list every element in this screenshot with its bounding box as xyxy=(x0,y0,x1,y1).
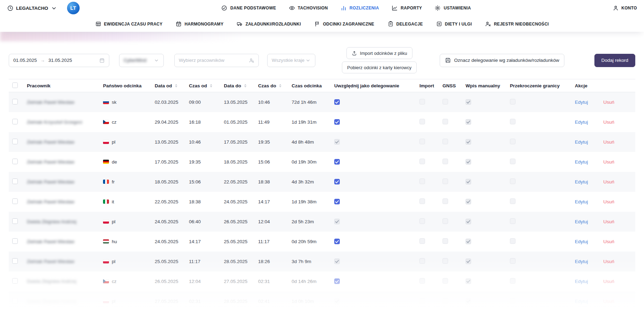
edit-link[interactable]: Edytuj xyxy=(575,139,588,145)
col-header-czas-od[interactable]: Czas od xyxy=(186,79,221,92)
subnav-rejestr-nieobecnosci[interactable]: REJESTR NIEOBECNOŚCI xyxy=(485,21,549,27)
chevron-down-icon xyxy=(305,58,311,63)
add-record-button[interactable]: Dodaj rekord xyxy=(594,54,635,67)
delegation-checkbox[interactable] xyxy=(334,99,340,105)
subnav-harmonogramy[interactable]: HARMONOGRAMY xyxy=(176,21,224,27)
org-switcher[interactable]: LEGALTACHO xyxy=(7,5,57,12)
delete-link[interactable]: Usuń xyxy=(603,100,615,105)
delete-link[interactable]: Usuń xyxy=(603,139,615,145)
time-from: 09:00 xyxy=(189,100,201,105)
delete-link[interactable]: Usuń xyxy=(603,179,615,184)
col-header-data-do[interactable]: Data do xyxy=(221,79,255,92)
row-checkbox[interactable] xyxy=(12,218,18,224)
row-checkbox[interactable] xyxy=(12,278,18,284)
country-code: cz xyxy=(112,279,117,284)
delete-link[interactable]: Usuń xyxy=(603,199,615,204)
sort-icon[interactable] xyxy=(278,84,283,88)
edit-link[interactable]: Edytuj xyxy=(575,279,588,284)
gnss-checkbox xyxy=(442,278,448,284)
sort-icon[interactable] xyxy=(174,84,178,88)
edit-link[interactable]: Edytuj xyxy=(575,199,588,204)
truck-icon xyxy=(237,21,243,27)
edit-link[interactable]: Edytuj xyxy=(575,119,588,125)
subnav-ewidencja-czasu-pracy[interactable]: EWIDENCJA CZASU PRACY xyxy=(95,21,163,27)
row-checkbox[interactable] xyxy=(12,99,18,104)
delete-link[interactable]: Usuń xyxy=(603,219,615,224)
edit-link[interactable]: Edytuj xyxy=(575,179,588,184)
select-all-checkbox[interactable] xyxy=(12,82,18,88)
edit-link[interactable]: Edytuj xyxy=(575,159,588,165)
date-from-value[interactable]: 01.05.2025 xyxy=(13,58,37,63)
employee-select[interactable]: Wybierz pracowników xyxy=(174,54,259,67)
country-code: sk xyxy=(112,100,117,105)
delete-link[interactable]: Usuń xyxy=(603,259,615,264)
edit-link[interactable]: Edytuj xyxy=(575,219,588,224)
segments-table: Pracownik Państwo odcinka Data od Czas o… xyxy=(9,79,635,311)
delete-link[interactable]: Usuń xyxy=(603,299,615,304)
sort-icon[interactable] xyxy=(209,84,213,88)
gnss-checkbox xyxy=(442,159,448,164)
subnav-odcinki-zagraniczne[interactable]: ODCINKI ZAGRANICZNE xyxy=(314,21,374,27)
app-logo[interactable]: LT xyxy=(67,2,80,14)
download-card-button[interactable]: Pobierz odcinki z karty kierowcy xyxy=(342,61,417,73)
import-checkbox xyxy=(419,238,425,244)
chevron-down-icon xyxy=(154,58,159,63)
time-to: 18:26 xyxy=(258,259,270,264)
row-checkbox[interactable] xyxy=(12,198,18,204)
mark-delegation-button[interactable]: Oznacz delegowanie wg załadunków/rozładu… xyxy=(440,54,564,67)
import-file-button[interactable]: Import odcinków z pliku xyxy=(346,47,412,59)
subnav-diety-i-ulgi[interactable]: DIETY I ULGI xyxy=(436,21,472,27)
nav-raporty[interactable]: RAPORTY xyxy=(391,5,422,11)
edit-link[interactable]: Edytuj xyxy=(575,299,588,304)
nav-rozliczenia[interactable]: ROZLICZENIA xyxy=(341,5,379,11)
row-checkbox[interactable] xyxy=(12,139,18,144)
date-from: 13.05.2025 xyxy=(155,139,178,145)
gnss-checkbox xyxy=(442,99,448,104)
account-button[interactable]: KONTO xyxy=(613,5,637,11)
nav-tachovision[interactable]: TACHOVISION xyxy=(289,5,328,11)
border-cross-checkbox xyxy=(510,278,515,284)
row-checkbox[interactable] xyxy=(12,159,18,164)
subnav-zaladunki-rozladunki[interactable]: ZAŁADUNKI/ROZŁADUNKI xyxy=(237,21,301,27)
date-range-picker[interactable]: 01.05.2025 → 31.05.2025 xyxy=(9,54,109,67)
country-code: cz xyxy=(112,119,117,125)
time-from: 15:06 xyxy=(189,179,201,184)
delegation-checkbox[interactable] xyxy=(334,119,340,125)
date-to: 18.05.2025 xyxy=(224,159,248,165)
col-header-data-od[interactable]: Data od xyxy=(152,79,186,92)
delegation-checkbox[interactable] xyxy=(334,199,340,204)
row-checkbox[interactable] xyxy=(12,238,18,244)
delegation-checkbox[interactable] xyxy=(334,239,340,244)
border-cross-checkbox xyxy=(510,179,515,184)
border-cross-checkbox xyxy=(510,298,515,304)
decorative-gradient xyxy=(0,31,286,41)
nav-dane-podstawowe[interactable]: DANE PODSTAWOWE xyxy=(221,5,276,11)
nav-ustawienia[interactable]: USTAWIENIA xyxy=(434,5,471,11)
edit-link[interactable]: Edytuj xyxy=(575,239,588,244)
border-cross-checkbox xyxy=(510,159,515,164)
subnav-delegacje[interactable]: DELEGACJE xyxy=(388,21,423,27)
delete-link[interactable]: Usuń xyxy=(603,119,615,125)
col-header-czas-do[interactable]: Czas do xyxy=(255,79,289,92)
delegation-checkbox[interactable] xyxy=(334,278,340,284)
sort-icon[interactable] xyxy=(243,84,248,88)
row-checkbox[interactable] xyxy=(12,119,18,124)
edit-link[interactable]: Edytuj xyxy=(575,259,588,264)
row-checkbox[interactable] xyxy=(12,298,18,304)
gnss-checkbox xyxy=(442,238,448,244)
time-from: 16:18 xyxy=(189,119,201,125)
delegation-checkbox[interactable] xyxy=(334,179,340,184)
country-select[interactable]: Wszystkie kraje xyxy=(267,54,315,67)
edit-link[interactable]: Edytuj xyxy=(575,100,588,105)
row-checkbox[interactable] xyxy=(12,179,18,184)
delete-link[interactable]: Usuń xyxy=(603,239,615,244)
delete-link[interactable]: Usuń xyxy=(603,279,615,284)
country-flag-icon xyxy=(103,180,109,184)
border-cross-checkbox xyxy=(510,119,515,124)
delete-link[interactable]: Usuń xyxy=(603,159,615,165)
row-checkbox[interactable] xyxy=(12,258,18,264)
date-to-value[interactable]: 31.05.2025 xyxy=(49,58,72,63)
delegation-checkbox[interactable] xyxy=(334,159,340,165)
company-select[interactable]: CyberMind xyxy=(119,54,164,67)
topbar: LEGALTACHO LT DANE PODSTAWOWE TACHOVISIO… xyxy=(0,0,644,16)
